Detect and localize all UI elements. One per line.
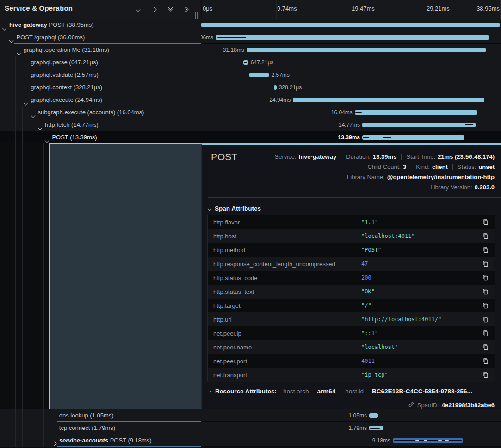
chevron-down-icon[interactable] bbox=[38, 123, 42, 131]
attribute-value: "ip_tcp" bbox=[361, 372, 482, 378]
panel-title: Service & Operation bbox=[5, 4, 73, 12]
span-id-value: 4e21998f3b82abe6 bbox=[442, 402, 495, 409]
tree-indent-guide bbox=[1, 422, 1, 434]
span-duration-bar[interactable] bbox=[247, 48, 486, 52]
chevron-down-icon[interactable] bbox=[10, 36, 13, 44]
column-resize-handle[interactable]: || bbox=[195, 12, 198, 19]
span-row[interactable]: graphql.execute (24.94ms)24.94ms bbox=[0, 93, 501, 106]
span-row[interactable]: hive-gateway POST (38.95ms) bbox=[0, 19, 501, 31]
copy-icon[interactable] bbox=[482, 246, 489, 254]
span-name-cell[interactable]: dns.lookup (1.05ms) bbox=[0, 409, 201, 422]
tree-indent-guide bbox=[1, 44, 1, 56]
span-bar-cell[interactable]: 14.77ms bbox=[201, 118, 501, 131]
span-name-cell[interactable]: hive-gateway POST (38.95ms) bbox=[0, 19, 201, 31]
span-name-cell[interactable]: graphql.context (328.21μs) bbox=[0, 81, 201, 93]
attribute-key: http.status_text bbox=[213, 288, 361, 295]
copy-icon[interactable] bbox=[482, 302, 489, 309]
link-icon[interactable] bbox=[408, 401, 414, 409]
copy-icon[interactable] bbox=[482, 274, 489, 281]
span-bar-cell[interactable]: 1.05ms bbox=[201, 409, 501, 422]
span-name-cell[interactable]: tcp.connect (1.79ms) bbox=[0, 422, 201, 434]
span-row[interactable]: service-accounts POST (9.18ms)9.18ms bbox=[0, 434, 501, 447]
copy-icon[interactable] bbox=[482, 371, 489, 379]
copy-icon[interactable] bbox=[482, 218, 489, 226]
span-bar-cell[interactable]: 16.04ms bbox=[201, 106, 501, 118]
span-duration-bar[interactable] bbox=[369, 413, 378, 418]
span-row[interactable]: graphql.operation Me (31.18ms)31.18ms bbox=[0, 44, 501, 56]
resource-attributes-toggle[interactable]: Resource Attributes: host.arch=arm64host… bbox=[208, 388, 495, 395]
child-span-mark bbox=[244, 62, 247, 63]
copy-icon[interactable] bbox=[482, 357, 489, 365]
collapse-one-icon[interactable] bbox=[135, 6, 141, 12]
span-row[interactable]: http.fetch (14.77ms)14.77ms bbox=[0, 118, 501, 131]
span-name-cell[interactable]: POST /graphql (36.06ms) bbox=[0, 31, 201, 44]
span-row[interactable]: graphql.validate (2.57ms)2.57ms bbox=[0, 68, 501, 81]
span-name-cell[interactable]: service-accounts POST (9.18ms) bbox=[0, 434, 201, 447]
span-bar-cell[interactable]: 24.94ms bbox=[201, 93, 501, 106]
span-bar-cell[interactable]: 31.18ms bbox=[201, 44, 501, 56]
chevron-down-icon[interactable] bbox=[31, 111, 35, 118]
tree-indent-guide bbox=[8, 131, 8, 143]
ruler-tick: 38.95ms bbox=[476, 5, 500, 12]
expand-one-icon[interactable] bbox=[151, 6, 157, 12]
span-duration-bar[interactable] bbox=[274, 85, 277, 90]
tree-indent-guide bbox=[1, 131, 1, 143]
span-name: graphql.context (328.21μs) bbox=[31, 84, 102, 91]
copy-icon[interactable] bbox=[482, 330, 489, 337]
span-attributes-title: Span Attributes bbox=[215, 205, 261, 212]
span-name-cell[interactable]: http.fetch (14.77ms) bbox=[0, 118, 201, 131]
span-row[interactable]: POST /graphql (36.06ms)36.06ms bbox=[0, 31, 501, 44]
span-name-cell[interactable]: POST (13.39ms) bbox=[0, 131, 201, 143]
span-row[interactable]: graphql.parse (647.21μs)647.21μs bbox=[0, 56, 501, 68]
span-duration-bar[interactable] bbox=[355, 110, 477, 115]
resource-attributes-title: Resource Attributes: bbox=[215, 388, 277, 395]
span-attributes-toggle[interactable]: Span Attributes bbox=[208, 205, 261, 212]
span-row[interactable]: tcp.connect (1.79ms)1.79ms bbox=[0, 422, 501, 434]
copy-icon[interactable] bbox=[482, 316, 489, 323]
chevron-right-icon[interactable] bbox=[53, 439, 56, 447]
span-bar-cell[interactable]: 1.79ms bbox=[201, 422, 501, 434]
attribute-value: "localhost" bbox=[361, 344, 482, 350]
meta-label: Library Version: bbox=[430, 184, 472, 191]
span-duration-bar[interactable] bbox=[201, 23, 500, 27]
tree-indent-guide bbox=[15, 56, 16, 68]
child-span-mark bbox=[266, 50, 273, 50]
span-row[interactable]: subgraph.execute (accounts) (16.04ms)16.… bbox=[0, 106, 501, 118]
span-row[interactable]: POST (13.39ms)13.39ms bbox=[0, 131, 501, 143]
span-duration-bar[interactable] bbox=[216, 35, 489, 40]
timeline-ruler[interactable]: 0μs9.74ms19.47ms29.21ms38.95ms bbox=[202, 0, 501, 19]
tree-indent-guide bbox=[15, 106, 16, 118]
expand-all-icon[interactable] bbox=[183, 6, 190, 12]
span-bar-cell[interactable]: 13.39ms bbox=[201, 131, 501, 143]
copy-icon[interactable] bbox=[482, 343, 489, 351]
chevron-down-icon[interactable] bbox=[17, 48, 20, 56]
span-bar-cell[interactable]: 36.06ms bbox=[201, 31, 501, 44]
span-row[interactable]: graphql.context (328.21μs)328.21μs bbox=[0, 81, 501, 93]
resource-key: host.arch bbox=[283, 388, 309, 395]
span-name-cell[interactable]: graphql.execute (24.94ms) bbox=[0, 93, 201, 106]
span-duration-bar[interactable] bbox=[362, 123, 476, 127]
chevron-down-icon[interactable] bbox=[3, 23, 6, 31]
span-bar-cell[interactable]: 2.57ms bbox=[201, 68, 501, 81]
copy-icon[interactable] bbox=[482, 260, 489, 268]
span-bar-cell[interactable] bbox=[201, 19, 501, 31]
tree-indent-guide bbox=[8, 143, 8, 409]
span-bar-cell[interactable]: 9.18ms bbox=[201, 434, 501, 447]
span-bar-cell[interactable]: 647.21μs bbox=[201, 56, 501, 68]
span-name-cell[interactable]: graphql.parse (647.21μs) bbox=[0, 56, 201, 68]
copy-icon[interactable] bbox=[482, 288, 489, 295]
span-bar-cell[interactable]: 328.21μs bbox=[201, 81, 501, 93]
span-name-cell[interactable]: graphql.validate (2.57ms) bbox=[0, 68, 201, 81]
attribute-row: http.method"POST" bbox=[208, 243, 495, 257]
span-row[interactable]: dns.lookup (1.05ms)1.05ms bbox=[0, 409, 501, 422]
copy-icon[interactable] bbox=[482, 232, 489, 240]
span-name-cell[interactable]: subgraph.execute (accounts) (16.04ms) bbox=[0, 106, 201, 118]
chevron-down-icon[interactable] bbox=[45, 136, 49, 143]
tree-indent-guide bbox=[15, 434, 16, 447]
child-span-mark-light bbox=[424, 440, 427, 441]
tree-indent-guide bbox=[1, 409, 1, 422]
chevron-down-icon[interactable] bbox=[24, 98, 27, 106]
collapse-all-icon[interactable] bbox=[167, 6, 173, 12]
span-name-cell[interactable]: graphql.operation Me (31.18ms) bbox=[0, 44, 201, 56]
span-duration-bar[interactable] bbox=[362, 135, 464, 140]
